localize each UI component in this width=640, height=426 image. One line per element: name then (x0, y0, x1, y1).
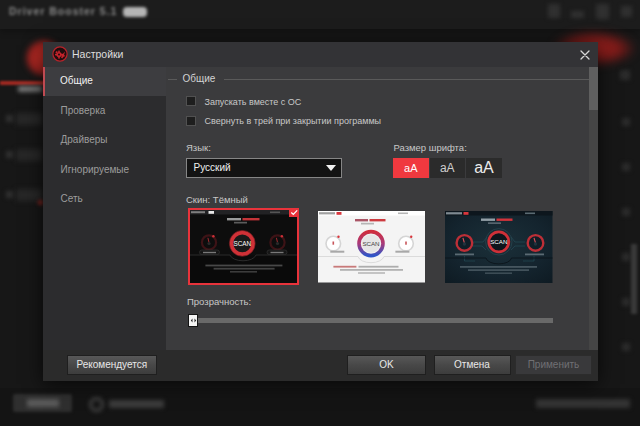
svg-text:SCAN: SCAN (233, 240, 251, 247)
svg-text:SCAN: SCAN (490, 238, 507, 245)
svg-text:SCAN: SCAN (362, 240, 379, 247)
